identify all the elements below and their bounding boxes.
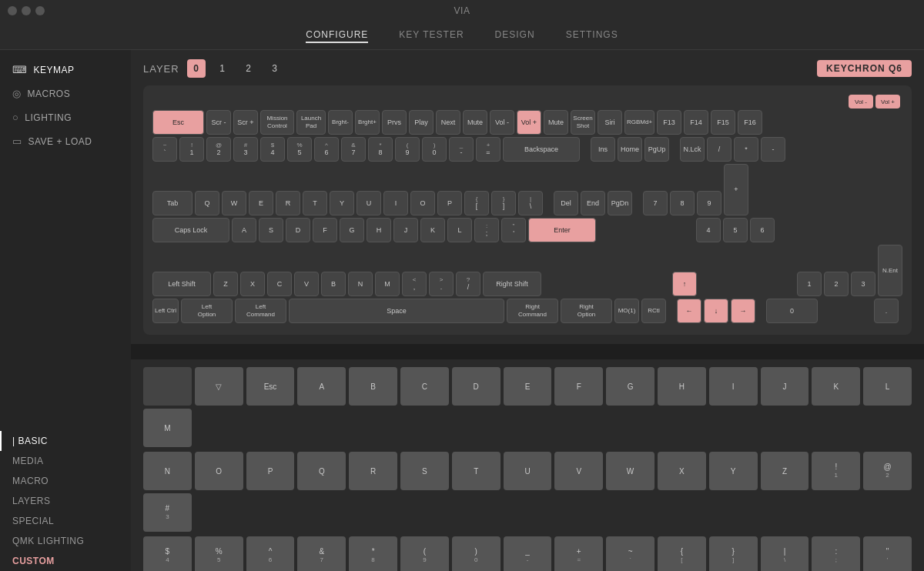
picker-g[interactable]: G [606, 367, 654, 406]
key-m[interactable]: M [375, 272, 400, 296]
picker-n[interactable]: N [143, 452, 192, 490]
picker-v[interactable]: V [554, 452, 603, 490]
key-next[interactable]: Next [436, 110, 460, 135]
picker-at-2[interactable]: @2 [863, 452, 912, 490]
key-x[interactable]: X [240, 272, 265, 296]
key-u[interactable]: U [357, 191, 381, 215]
sidebar-section-special[interactable]: SPECIAL [0, 511, 131, 531]
key-2[interactable]: @2 [206, 137, 231, 162]
key-num4[interactable]: 4 [696, 218, 721, 242]
picker-star-8[interactable]: *8 [349, 536, 397, 571]
key-screen-shot[interactable]: ScreenShot [571, 110, 595, 135]
key-6[interactable]: ^6 [314, 137, 339, 162]
key-space[interactable]: Space [289, 299, 504, 323]
key-pgup[interactable]: PgUp [644, 137, 669, 162]
sidebar-section-macro[interactable]: MACRO [0, 471, 131, 491]
picker-amp-7[interactable]: &7 [297, 536, 346, 571]
key-f[interactable]: F [313, 218, 337, 242]
key-caps-lock[interactable]: Caps Lock [152, 218, 229, 242]
sidebar-item-keymap[interactable]: ⌨ KEYMAP [0, 58, 131, 82]
key-lbracket[interactable]: {[ [464, 191, 489, 215]
picker-colon-semi[interactable]: :; [812, 536, 860, 571]
picker-i[interactable]: I [709, 367, 758, 406]
key-backspace[interactable]: Backspace [503, 137, 580, 162]
picker-r[interactable]: R [349, 452, 397, 490]
key-numpad-minus[interactable]: - [761, 137, 785, 162]
picker-o[interactable]: O [195, 452, 243, 490]
picker-j[interactable]: J [761, 367, 809, 406]
key-esc[interactable]: Esc [152, 110, 204, 135]
picker-rparen-0[interactable]: )0 [452, 536, 500, 571]
tab-settings[interactable]: SETTINGS [566, 28, 618, 43]
key-vol-plus[interactable]: Vol + [517, 110, 541, 135]
key-end[interactable]: End [581, 191, 605, 215]
key-4[interactable]: $4 [260, 137, 285, 162]
key-q[interactable]: Q [195, 191, 219, 215]
key-scr-minus[interactable]: Scr - [206, 110, 231, 135]
sidebar-section-layers[interactable]: LAYERS [0, 491, 131, 511]
picker-dollar-4[interactable]: $4 [143, 536, 192, 571]
key-numpad-plus[interactable]: + [724, 164, 748, 215]
key-r[interactable]: R [276, 191, 300, 215]
key-p[interactable]: P [437, 191, 462, 215]
key-left-option[interactable]: LeftOption [181, 299, 233, 323]
picker-f[interactable]: F [554, 367, 603, 406]
sidebar-section-media[interactable]: MEDIA [0, 451, 131, 471]
key-f14[interactable]: F14 [684, 110, 708, 135]
sidebar-section-basic[interactable]: | BASIC [0, 431, 131, 451]
key-equals[interactable]: += [476, 137, 500, 162]
key-y[interactable]: Y [330, 191, 354, 215]
picker-y[interactable]: Y [709, 452, 758, 490]
key-s[interactable]: S [259, 218, 283, 242]
key-arrow-right[interactable]: → [731, 299, 755, 323]
key-tab[interactable]: Tab [152, 191, 192, 215]
picker-s[interactable]: S [400, 452, 449, 490]
tab-design[interactable]: DESIGN [495, 28, 535, 43]
key-period[interactable]: >. [429, 272, 454, 296]
key-tilde[interactable]: ~` [152, 137, 177, 162]
sidebar-item-macros[interactable]: ◎ MACROS [0, 82, 131, 105]
key-v[interactable]: V [294, 272, 319, 296]
key-mute[interactable]: Mute [463, 110, 487, 135]
key-nlck[interactable]: N.Lck [680, 137, 705, 162]
key-fwdslash[interactable]: ?/ [456, 272, 480, 296]
key-t[interactable]: T [303, 191, 327, 215]
minimize-btn[interactable] [22, 6, 31, 15]
key-h[interactable]: H [367, 218, 391, 242]
picker-m[interactable]: M [143, 409, 192, 447]
picker-h[interactable]: H [658, 367, 706, 406]
key-numpad-dot[interactable]: . [874, 299, 899, 323]
layer-btn-3[interactable]: 3 [266, 59, 284, 78]
key-arrow-up[interactable]: ↑ [672, 272, 697, 296]
maximize-btn[interactable] [35, 6, 45, 15]
key-num5[interactable]: 5 [723, 218, 748, 242]
picker-w[interactable]: W [606, 452, 654, 490]
picker-lbrace-lbracket[interactable]: {[ [658, 536, 706, 571]
sidebar-item-save-load[interactable]: ▭ SAVE + LOAD [0, 129, 131, 153]
key-c[interactable]: C [267, 272, 292, 296]
picker-transparent[interactable]: ▽ [195, 367, 243, 406]
key-minus[interactable]: _- [449, 137, 474, 162]
layer-btn-1[interactable]: 1 [213, 59, 232, 78]
key-a[interactable]: A [232, 218, 256, 242]
picker-caret-6[interactable]: ^6 [246, 536, 295, 571]
key-left-command[interactable]: LeftCommand [235, 299, 286, 323]
key-g[interactable]: G [340, 218, 364, 242]
key-play[interactable]: Play [409, 110, 434, 135]
key-d[interactable]: D [286, 218, 310, 242]
key-right-option[interactable]: RightOption [561, 299, 612, 323]
picker-plus-eq[interactable]: += [554, 536, 603, 571]
picker-hash-3[interactable]: #3 [143, 493, 192, 532]
key-numpad-star[interactable]: * [734, 137, 758, 162]
key-9[interactable]: (9 [395, 137, 420, 162]
key-numpad-slash[interactable]: / [707, 137, 732, 162]
picker-d[interactable]: D [452, 367, 500, 406]
key-i[interactable]: I [383, 191, 408, 215]
sidebar-section-qmk-lighting[interactable]: QMK LIGHTING [0, 531, 131, 551]
key-numpad-enter[interactable]: N.Ent [878, 245, 902, 296]
key-num6[interactable]: 6 [750, 218, 775, 242]
key-num1[interactable]: 1 [797, 272, 822, 296]
key-num9[interactable]: 9 [697, 191, 721, 215]
key-k[interactable]: K [420, 218, 445, 242]
key-del[interactable]: Del [554, 191, 578, 215]
